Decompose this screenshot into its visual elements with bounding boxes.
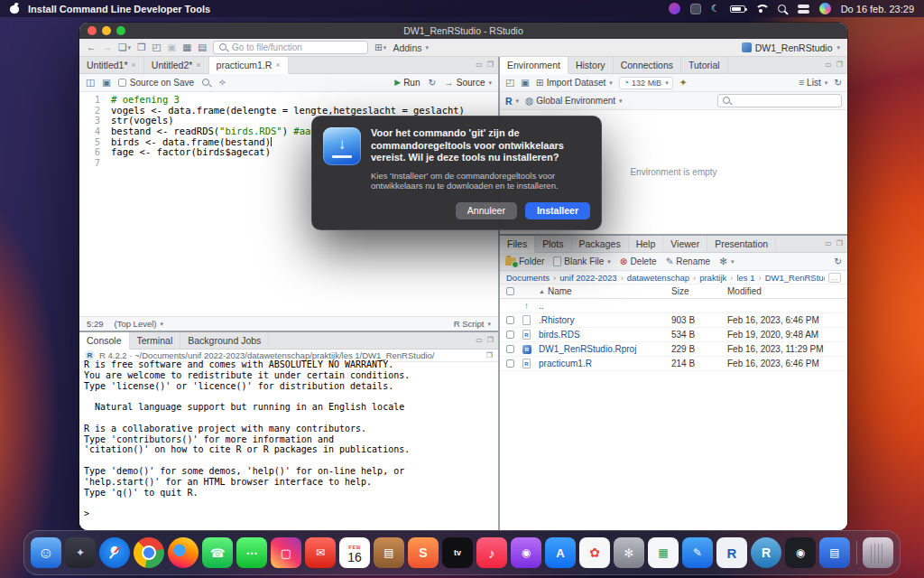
project-selector[interactable]: DW1_RenRStudio ▾: [742, 42, 840, 53]
user-avatar-icon[interactable]: [669, 3, 680, 14]
file-checkbox[interactable]: [506, 359, 514, 368]
window-title-bar[interactable]: DW1_RenRStudio - RStudio: [79, 23, 847, 39]
memory-usage-indicator[interactable]: ◔132 MiB▾: [619, 77, 673, 89]
new-file-button[interactable]: ❏▾: [118, 42, 131, 52]
dock-instagram[interactable]: ▢: [271, 537, 301, 568]
file-row[interactable]: .Rhistory903 BFeb 16, 2023, 6:46 PM: [500, 313, 847, 328]
close-window-button[interactable]: [88, 26, 97, 35]
dock-calendar[interactable]: FEB16: [339, 537, 370, 568]
maximize-pane-icon[interactable]: ❐: [487, 61, 494, 69]
dock-music[interactable]: ♪: [476, 537, 507, 568]
breadcrumb-item[interactable]: unif 2022-2023: [559, 273, 616, 283]
select-all-checkbox[interactable]: [506, 287, 514, 295]
forward-icon[interactable]: →: [103, 42, 113, 52]
save-file-icon[interactable]: ▣: [102, 78, 111, 88]
column-size[interactable]: Size: [671, 286, 727, 296]
console-tab-console[interactable]: Console: [79, 332, 130, 350]
dock-safari[interactable]: [99, 537, 130, 568]
dock-chrome[interactable]: [134, 537, 164, 568]
back-icon[interactable]: ←: [87, 42, 97, 52]
file-type-selector[interactable]: R Script▾: [454, 319, 491, 329]
popout-icon[interactable]: ◫: [86, 78, 95, 88]
spotlight-search-icon[interactable]: [777, 4, 788, 14]
dock-tv[interactable]: tv: [442, 537, 473, 568]
dock-numbers[interactable]: ▦: [648, 537, 679, 568]
battery-icon[interactable]: [730, 5, 745, 13]
maximize-pane-icon[interactable]: ❐: [487, 337, 494, 344]
console-popout-icon[interactable]: ❐: [486, 352, 493, 359]
source-on-save-checkbox[interactable]: [118, 79, 126, 87]
file-row[interactable]: RDW1_RenRStudio.Rproj229 BFeb 16, 2023, …: [500, 342, 847, 357]
maximize-pane-icon[interactable]: ❐: [836, 240, 843, 247]
dock-podcasts[interactable]: ◉: [511, 537, 541, 568]
source-tab-practicum1-r[interactable]: practicum1.R×: [209, 57, 289, 74]
source-tab-untitled2[interactable]: Untitled2*×: [144, 57, 209, 73]
save-all-icon[interactable]: ▦: [182, 42, 191, 52]
column-modified[interactable]: Modified: [727, 286, 841, 296]
goto-file-input[interactable]: [232, 42, 363, 52]
source-tab-untitled1[interactable]: Untitled1*×: [79, 57, 144, 73]
new-folder-button[interactable]: Folder: [505, 256, 544, 266]
dock-r[interactable]: R: [716, 537, 747, 568]
minimize-pane-icon[interactable]: ▭: [825, 61, 832, 69]
language-selector[interactable]: R▾: [505, 96, 519, 107]
breadcrumb-item[interactable]: les 1: [736, 273, 754, 283]
file-row[interactable]: Rpracticum1.R214 BFeb 16, 2023, 6:46 PM: [500, 357, 847, 371]
display-mode-toggle[interactable]: ≡List▾: [799, 78, 827, 88]
siri-icon[interactable]: [819, 3, 831, 14]
addins-menu[interactable]: Addins▾: [393, 42, 429, 53]
open-file-icon[interactable]: ◰: [152, 42, 161, 52]
code-tools-icon[interactable]: ✧: [218, 78, 226, 88]
goto-file-search[interactable]: [213, 41, 368, 54]
files-tab-presentation[interactable]: Presentation: [707, 236, 776, 252]
zoom-window-button[interactable]: [116, 26, 125, 35]
clear-objects-icon[interactable]: ✦: [679, 78, 688, 88]
dock-keynote[interactable]: ✎: [682, 537, 713, 568]
breadcrumb-item[interactable]: DW1_RenRStudio: [765, 273, 825, 283]
dock-docs[interactable]: ▤: [819, 537, 850, 568]
menu-bar-clock[interactable]: Do 16 feb. 23:29: [841, 4, 914, 14]
file-row[interactable]: ↑..: [500, 299, 847, 313]
close-tab-icon[interactable]: ×: [275, 61, 280, 70]
delete-file-button[interactable]: ⊗Delete: [620, 256, 657, 266]
import-dataset-button[interactable]: ⊞Import Dataset▾: [536, 78, 613, 88]
sort-ascending-icon[interactable]: ▲: [539, 288, 545, 294]
dock-settings[interactable]: ✻: [614, 537, 644, 568]
dock-launchpad[interactable]: ✦: [65, 537, 96, 568]
dock-swift[interactable]: S: [408, 537, 439, 568]
breadcrumb-item[interactable]: Documents: [506, 273, 550, 283]
console-tab-background-jobs[interactable]: Background Jobs: [180, 332, 269, 349]
menu-bar-app-name[interactable]: Install Command Line Developer Tools: [28, 4, 210, 14]
env-tab-environment[interactable]: Environment: [500, 57, 568, 74]
close-tab-icon[interactable]: ×: [132, 61, 136, 70]
environment-search[interactable]: [717, 94, 842, 107]
dock-whatsapp[interactable]: ☎: [202, 537, 233, 568]
compile-report-button[interactable]: ⊞▾: [374, 42, 386, 52]
env-tab-history[interactable]: History: [568, 57, 614, 73]
breadcrumb-item[interactable]: praktijk: [699, 273, 726, 283]
wifi-icon[interactable]: [755, 5, 767, 14]
files-tab-help[interactable]: Help: [629, 236, 664, 252]
rename-file-button[interactable]: ✎Rename: [666, 256, 711, 266]
dock-firefox[interactable]: [168, 537, 199, 568]
dock-photos[interactable]: ✿: [579, 537, 610, 568]
console-output[interactable]: R is free software and comes with ABSOLU…: [79, 359, 498, 530]
run-button[interactable]: ▶Run: [394, 78, 420, 88]
dock-trash[interactable]: [863, 537, 893, 568]
dock-rstudio[interactable]: R: [751, 537, 781, 568]
column-name[interactable]: Name: [548, 286, 572, 296]
refresh-environment-icon[interactable]: ↻: [834, 78, 842, 88]
dock-appstore[interactable]: A: [545, 537, 576, 568]
load-workspace-icon[interactable]: ◰: [505, 78, 514, 88]
minimize-pane-icon[interactable]: ▭: [476, 61, 483, 69]
dock-mail[interactable]: ✉: [305, 537, 336, 568]
minimize-pane-icon[interactable]: ▭: [825, 240, 832, 247]
save-icon[interactable]: ▣: [167, 42, 176, 52]
scope-selector[interactable]: (Top Level)▾: [115, 319, 164, 329]
new-project-icon[interactable]: ❐: [137, 42, 145, 52]
source-on-save-toggle[interactable]: Source on Save: [118, 78, 194, 88]
control-center-icon[interactable]: [798, 4, 809, 14]
maximize-pane-icon[interactable]: ❐: [836, 61, 843, 69]
file-name-link[interactable]: practicum1.R: [539, 359, 671, 368]
minimize-pane-icon[interactable]: ▭: [476, 337, 483, 344]
